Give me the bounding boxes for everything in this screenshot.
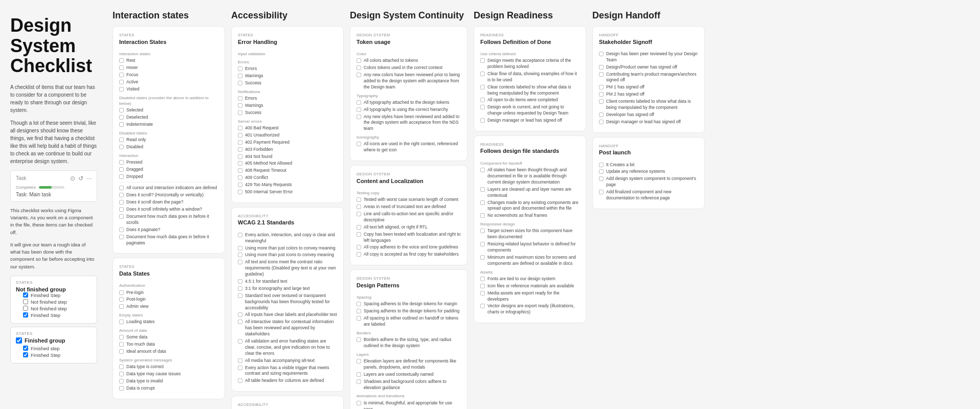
tu-typo-3: Any new styles have been reviewed and ad… <box>357 114 461 132</box>
card-dfs-tag: Readiness <box>480 142 559 148</box>
eh-404: 404 Not found <box>238 154 337 160</box>
is-rest: Rest <box>119 58 218 64</box>
dfs-3: Changes made to any existing components … <box>480 200 580 212</box>
eh-400: 400 Bad Request <box>238 125 337 131</box>
finished-group-header: States <box>16 331 92 336</box>
ss-6: Client contents labeled to show what dat… <box>599 99 698 111</box>
column-accessibility: Accessibility States Error Handling Inpu… <box>231 10 344 404</box>
card-wcag-title: WCAG 2.1 Standards <box>238 219 294 226</box>
sidebar-title: Design System Checklist <box>10 15 97 76</box>
pl-2: Update any reference systems <box>599 169 698 175</box>
sidebar-note-2: It will give our team a rough idea of wh… <box>10 241 97 270</box>
dd-4: All open to-do items were completed <box>480 97 580 103</box>
is-dragged: Dragged <box>119 167 218 173</box>
finished-group-checkbox[interactable] <box>16 337 22 344</box>
card-pl-tag: handoff <box>599 144 631 149</box>
eh-nerrors: Errors <box>238 96 337 102</box>
eh-405: 405 Method Not Allowed <box>238 161 337 167</box>
sidebar-note: This checklist works using Figma Variant… <box>10 207 97 236</box>
eh-429: 429 Too Many Requests <box>238 182 337 188</box>
wcag-12: Every action has a visible trigger that … <box>238 365 337 377</box>
dp-l1: Elevation layers are defined for compone… <box>357 358 461 371</box>
card-content-tag: Design system <box>357 172 424 177</box>
nfg-checkbox-2[interactable] <box>23 306 28 311</box>
amount-label: Amount of data <box>119 328 218 333</box>
column-title-dr: Design Readiness <box>474 10 586 21</box>
card-dp-title: Design Patterns <box>357 282 399 289</box>
is-scroll-inf: Does it scroll infinitely within a windo… <box>119 207 218 213</box>
card-error-title: Error Handling <box>238 38 277 46</box>
sys-msg-label: System generated messages <box>119 357 218 363</box>
wcag-2: Using more than just colors to convey me… <box>238 245 337 252</box>
is-pressed: Pressed <box>119 160 218 166</box>
card-dd-header: Readiness Follows Definition of Done <box>480 33 580 48</box>
fg-label-1: Finished Step <box>31 352 60 358</box>
ss-3: Contributing team's product managers/anc… <box>599 72 698 84</box>
spacing-label: Spacing <box>357 294 461 300</box>
comp-handoff-label: Component for handoff <box>480 161 580 166</box>
card-content-title: Content and Localization <box>357 177 424 185</box>
card-wcag-header: Accessibility WCAG 2.1 Standards <box>238 214 337 229</box>
nfg-checkbox-0[interactable] <box>23 292 28 298</box>
is-paginates: Does it paginate? <box>119 227 218 233</box>
card-data-tag: States <box>119 264 150 270</box>
card-design-file-standards: Readiness Follows design file standards … <box>474 135 586 323</box>
column-title-accessibility: Accessibility <box>231 10 344 21</box>
dfs-a2: Icon files or reference materials are av… <box>480 283 580 289</box>
use-criteria-label: Use criteria defined <box>480 51 580 57</box>
card-error-handling: States Error Handling Input validation E… <box>231 26 344 203</box>
column-design-readiness: Design Readiness Readiness Follows Defin… <box>474 10 586 404</box>
ds-correct: Data type is correct <box>119 364 218 370</box>
ss-5: PM 2 has signed off <box>599 92 698 98</box>
sidebar-desc-2: Though a lot of these seem trivial, like… <box>10 119 97 165</box>
tu-typo-2: All typography is using the correct hier… <box>357 107 461 113</box>
card-data-states-header: States Data States <box>119 264 218 280</box>
circle-icon: ⊙ <box>70 175 75 182</box>
nfg-item-1: Not finished step <box>16 299 92 305</box>
ss-1: Design has been peer reviewed by your De… <box>599 51 698 63</box>
cl-6: All copy adheres to the voice and tone g… <box>357 244 461 251</box>
nfg-checkbox-3[interactable] <box>23 312 28 317</box>
responsive-label: Responsive design <box>480 221 580 227</box>
finished-group-title: Finished group <box>25 337 65 344</box>
dd-2: Clear flow of data, showing examples of … <box>480 71 580 83</box>
finished-group-block: States Finished group Finished step Fini… <box>10 327 97 363</box>
is-indeterminate: Indeterminate <box>119 122 218 128</box>
column-interaction-states: Interaction states States Interaction St… <box>113 10 225 404</box>
errors-label: Errors <box>238 59 337 65</box>
progress-fill <box>39 186 52 189</box>
task-label: Task <box>16 175 27 181</box>
eh-409: 409 Conflict <box>238 175 337 181</box>
ss-7: Developer has signed off <box>599 112 698 118</box>
is-doc-scroll: Document how much data goes in before it… <box>119 214 218 226</box>
fg-checkbox-0[interactable] <box>23 346 28 351</box>
card-error-tag: States <box>238 33 277 38</box>
wcag-4: All text and icons meet the contrast rat… <box>238 259 337 278</box>
nfg-checkbox-1[interactable] <box>23 299 28 304</box>
card-stakeholder-signoff: handoff Stakeholder Signoff Design has b… <box>592 26 705 133</box>
not-finished-group-title: Not finished group <box>16 286 92 292</box>
fg-item-1: Finished Step <box>16 352 92 358</box>
nfg-item-3: Finished Step <box>16 312 92 318</box>
layers-label: Layers <box>357 352 461 357</box>
color-label: Color <box>357 51 461 57</box>
fg-checkbox-1[interactable] <box>23 352 28 357</box>
card-token-title: Token usage <box>357 38 390 46</box>
borders-label: Borders <box>357 330 461 336</box>
not-finished-group-block: States Not finished group Finished Step … <box>10 276 97 324</box>
wcag-10: All validation and error handling states… <box>238 338 337 357</box>
more-icon[interactable]: ··· <box>86 175 92 182</box>
ds-too-much: Too much data <box>119 342 218 348</box>
column-title-dsc: Design System Continuity <box>350 10 467 21</box>
assets-label: Assets <box>480 269 580 275</box>
is-visited: Visited <box>119 86 218 93</box>
wcag-9: All interactive states for contextual in… <box>238 319 337 337</box>
dfs-a4: Vector designs are export ready (illustr… <box>480 303 580 315</box>
progress-bar <box>39 186 64 189</box>
dd-5: Design work is current, and not going to… <box>480 104 580 117</box>
cl-7: All copy is accepted as first copy for s… <box>357 252 461 258</box>
cl-1: Tested with worst case scenario length o… <box>357 197 461 203</box>
card-ss-title: Stakeholder Signoff <box>599 38 652 46</box>
iconography-label: Iconography <box>357 134 461 140</box>
dp-s2: Spacing adheres to the design tokens for… <box>357 308 461 314</box>
